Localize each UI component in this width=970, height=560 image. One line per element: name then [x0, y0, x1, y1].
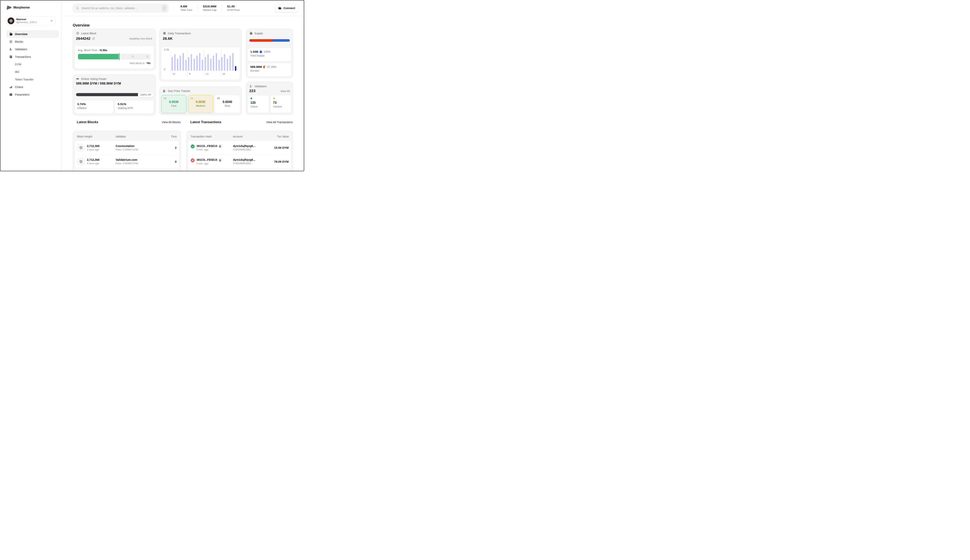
- total-supply-stat: 1.03B 100% Total Supply: [248, 48, 291, 62]
- chart-bar: [182, 53, 184, 71]
- validators-stats: 125Active73Inactive: [248, 95, 291, 113]
- copy-icon[interactable]: [219, 144, 222, 148]
- block-row[interactable]: 2,712,3692 secs agoCosmostationFees: 0.0…: [75, 141, 179, 155]
- gas-tiles: 0.0030Fast0.0035Medium0.0040Slow: [161, 95, 240, 113]
- connect-button[interactable]: Connect: [275, 4, 298, 12]
- external-link-icon[interactable]: [92, 37, 95, 40]
- unbonded-segment: [272, 39, 290, 42]
- track-cube-icon: [146, 55, 149, 58]
- chart-bar: [232, 53, 234, 71]
- gauge-icon: [217, 97, 238, 100]
- page-title: Overview: [73, 23, 90, 28]
- chart-bar-current: [235, 66, 236, 71]
- voting-power-title: Online Voting Power: [81, 77, 107, 80]
- total-supply-dot-icon: [260, 51, 262, 53]
- sidebar-item-parameters[interactable]: Parameters: [6, 91, 59, 98]
- chart-bar: [174, 54, 175, 71]
- topbar: / 9.6MTotal Txns$318.98MMarket Cap$1.45D…: [62, 0, 304, 16]
- search-icon: [76, 7, 79, 10]
- x-axis-tick-label: 18: [222, 72, 225, 75]
- next-block-progress-fill: [78, 54, 119, 59]
- transaction-row[interactable]: 391C9...FE5E155 min. agodym1dujftqvg8...…: [188, 141, 291, 155]
- voting-power-bar: 100% VP: [76, 92, 152, 98]
- bonded-pct: 57.29%: [267, 65, 276, 68]
- chart-bar: [216, 53, 217, 71]
- status-dot-icon: [273, 98, 275, 99]
- voting-power-stats: 3.74%Inflation5.51%Staking APR: [75, 100, 154, 113]
- person-check-icon: [249, 85, 252, 88]
- voting-power-badge: 100% VP: [138, 92, 154, 98]
- chart-bar: [185, 60, 187, 71]
- stat-staking-apr: 5.51%Staking APR: [115, 100, 154, 113]
- brand-name: Morpheme: [13, 6, 30, 10]
- track-cube-icon: [131, 55, 134, 58]
- cube-icon: [76, 32, 79, 35]
- search-input[interactable]: [81, 7, 160, 10]
- block-time-panel: Avg. Block Time ~5.50s Next block in ~6s: [75, 46, 154, 68]
- latest-transactions-table: Transaction Hash Account Txn Value 391C9…: [186, 131, 293, 171]
- validators-view-all-link[interactable]: View All: [280, 90, 290, 93]
- bonded-label: Bonded: [250, 69, 289, 72]
- col-account: Account: [233, 135, 243, 138]
- next-block-progress: [78, 54, 150, 60]
- total-supply-value: 1.03B: [250, 50, 258, 53]
- network-name: Mainnet: [16, 18, 37, 21]
- topbar-stat-dym-price: $1.45DYM Price: [222, 5, 245, 12]
- daily-transactions-total: 26.6K: [163, 37, 173, 40]
- cube-icon: [9, 40, 13, 43]
- latest-blocks-columns: Block Height Validator Txns: [75, 132, 179, 141]
- latest-blocks-header: Latest Blocks View All Blocks: [73, 120, 181, 124]
- sidebar-item-token-transfer[interactable]: Token Transfer: [6, 76, 59, 83]
- chart-bar: [221, 57, 222, 71]
- battery-icon: [76, 77, 79, 80]
- network-selector[interactable]: Mainnet dymension_1100-1: [6, 16, 56, 25]
- sidebar-item-charts[interactable]: Charts: [6, 83, 59, 91]
- daily-transactions-card: Daily Transactions 26.6K 2.7K01261218: [159, 29, 242, 82]
- gas-tier-fast: 0.0030Fast: [161, 95, 187, 113]
- chart-bar: [199, 53, 200, 71]
- bonded-stat: 589.98M 57.29% Bonded: [248, 63, 291, 77]
- failed-x-icon: [191, 158, 195, 163]
- document-icon: [163, 32, 166, 35]
- y-axis-zero-label: 0: [164, 68, 165, 71]
- total-supply-pct: 100%: [264, 50, 270, 53]
- sidebar-item-overview[interactable]: Overview: [6, 30, 59, 38]
- col-txns: Txns: [171, 135, 177, 138]
- stat-inflation: 3.74%Inflation: [75, 100, 114, 113]
- connect-label: Connect: [284, 7, 295, 10]
- chart-bar: [207, 54, 209, 71]
- x-axis-tick-label: 6: [189, 72, 190, 75]
- y-axis-max-label: 2.7K: [164, 48, 169, 51]
- transaction-row[interactable]: 391C9...FE5E155 min. agodym1dujftqvg8...…: [188, 155, 291, 168]
- sidebar-item-transactions[interactable]: Transactions: [6, 53, 59, 60]
- document-icon: [9, 55, 13, 58]
- avg-block-time-label: Avg. Block Time: [78, 49, 97, 52]
- block-row[interactable]: 2,712,3684 secs agoValidatrium.comFees: …: [75, 155, 179, 168]
- bonded-pie-icon: [263, 66, 266, 68]
- validators-inactive: 73Inactive: [270, 95, 292, 113]
- chart-bar: [180, 55, 181, 71]
- col-transaction-hash: Transaction Hash: [190, 135, 233, 138]
- bonded-segment: [249, 39, 272, 42]
- next-block-label: Next block in: [130, 62, 145, 65]
- search-box[interactable]: /: [73, 4, 169, 13]
- network-chain-id: dymension_1100-1: [16, 21, 37, 24]
- voting-power-card: Online Voting Power 589.98M DYM / 598.96…: [73, 75, 155, 115]
- sidebar-item-ibc[interactable]: IBC: [6, 68, 59, 76]
- morpheme-logo-icon: [6, 5, 12, 10]
- next-block-value: ~6s: [146, 62, 150, 65]
- sidebar-item-validators[interactable]: Validators: [6, 45, 59, 53]
- x-axis-tick-label: 12: [205, 72, 209, 75]
- copy-icon[interactable]: [219, 158, 222, 162]
- sidebar-item-blocks[interactable]: Blocks: [6, 38, 59, 45]
- view-all-blocks-link[interactable]: View All Blocks: [162, 121, 181, 124]
- sidebar-item-dym[interactable]: DYM: [6, 60, 59, 68]
- view-all-transactions-link[interactable]: View All Transactions: [266, 121, 293, 124]
- validators-total: 223: [249, 89, 255, 93]
- latest-block-card: Latest Block 2644242 Awaiting new block …: [73, 29, 155, 70]
- chart-bar: [194, 58, 195, 71]
- chart-bar: [224, 54, 225, 71]
- progress-marker: [119, 53, 120, 60]
- latest-blocks-rows: 2,712,3692 secs agoCosmostationFees: 0.0…: [75, 141, 179, 171]
- col-txn-value: Txn Value: [277, 135, 289, 138]
